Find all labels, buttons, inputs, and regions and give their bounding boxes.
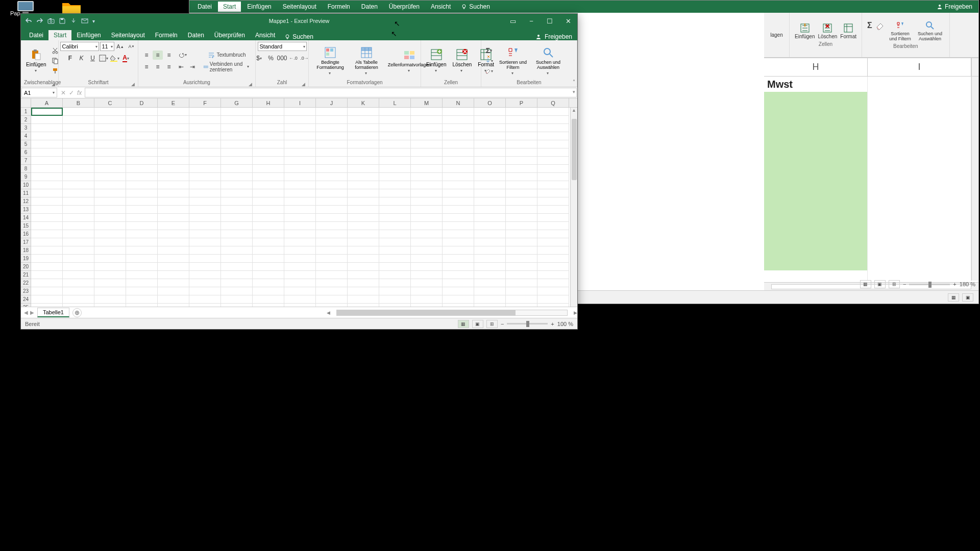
cell[interactable]: [126, 230, 158, 238]
cell[interactable]: [506, 140, 537, 148]
cell[interactable]: [253, 148, 284, 157]
cell[interactable]: [411, 271, 443, 279]
cell[interactable]: [348, 197, 379, 206]
bg-find-select-button[interactable]: Suchen und Auswählen: [916, 21, 944, 41]
cell[interactable]: [221, 181, 253, 189]
cell[interactable]: [474, 295, 506, 304]
column-header-c[interactable]: C: [94, 98, 126, 107]
cell[interactable]: [379, 255, 411, 263]
cell[interactable]: [221, 246, 253, 255]
cell[interactable]: [379, 238, 411, 246]
cell[interactable]: [253, 157, 284, 165]
tab-seitenlayout[interactable]: Seitenlayout: [106, 30, 150, 40]
cell[interactable]: [31, 197, 63, 206]
cell[interactable]: [474, 132, 506, 140]
bg-view-large-icon[interactable]: ▣: [962, 293, 973, 302]
cell[interactable]: [158, 238, 189, 246]
cell[interactable]: [411, 181, 443, 189]
column-header-l[interactable]: L: [379, 98, 411, 107]
cell[interactable]: [316, 295, 348, 304]
cell[interactable]: [63, 116, 94, 124]
cell[interactable]: [158, 246, 189, 255]
row-header-23[interactable]: 23: [21, 287, 31, 295]
cell[interactable]: [348, 230, 379, 238]
cell[interactable]: [63, 279, 94, 287]
cell[interactable]: [126, 304, 158, 307]
cell[interactable]: [94, 132, 126, 140]
cell[interactable]: [411, 255, 443, 263]
cell[interactable]: [411, 148, 443, 157]
cell[interactable]: [189, 271, 221, 279]
worksheet-grid[interactable]: ABCDEFGHIJKLMNOPQ 1234567891011121314151…: [21, 98, 577, 307]
cell[interactable]: [537, 165, 569, 173]
cell[interactable]: [189, 140, 221, 148]
cell[interactable]: [63, 165, 94, 173]
bg-tab-start[interactable]: Start: [218, 2, 241, 12]
cell[interactable]: [474, 214, 506, 222]
cell[interactable]: [126, 132, 158, 140]
cell[interactable]: [253, 173, 284, 181]
cell[interactable]: [189, 173, 221, 181]
cell[interactable]: [126, 271, 158, 279]
cell[interactable]: [379, 197, 411, 206]
row-header-4[interactable]: 4: [21, 132, 31, 140]
cell[interactable]: [284, 116, 316, 124]
cell[interactable]: [348, 255, 379, 263]
cell[interactable]: [284, 295, 316, 304]
cell[interactable]: [348, 124, 379, 132]
cell[interactable]: [443, 148, 474, 157]
cell[interactable]: [126, 189, 158, 197]
column-header-j[interactable]: J: [316, 98, 348, 107]
cell[interactable]: [348, 222, 379, 230]
tab-start[interactable]: Start: [48, 30, 71, 40]
cell[interactable]: [443, 255, 474, 263]
cell[interactable]: [411, 304, 443, 307]
cell[interactable]: [158, 116, 189, 124]
undo-icon[interactable]: [25, 17, 32, 24]
cell[interactable]: [379, 230, 411, 238]
cell[interactable]: [443, 263, 474, 271]
cell[interactable]: [474, 157, 506, 165]
cell[interactable]: [63, 287, 94, 295]
cell[interactable]: [379, 271, 411, 279]
fill-button[interactable]: ▾: [484, 56, 495, 65]
cell[interactable]: [379, 181, 411, 189]
cell[interactable]: [31, 214, 63, 222]
cell[interactable]: [348, 140, 379, 148]
border-button[interactable]: ▾: [99, 54, 109, 63]
tab-daten[interactable]: Daten: [183, 30, 209, 40]
cell[interactable]: [443, 222, 474, 230]
cell[interactable]: [284, 124, 316, 132]
cell[interactable]: [537, 238, 569, 246]
zoom-in-button[interactable]: +: [551, 321, 554, 327]
cell[interactable]: [221, 295, 253, 304]
cell[interactable]: [158, 255, 189, 263]
cell[interactable]: [348, 238, 379, 246]
maximize-button[interactable]: ☐: [541, 14, 559, 28]
cell[interactable]: [189, 116, 221, 124]
cancel-icon[interactable]: ✕: [61, 89, 66, 96]
sheet-nav-prev[interactable]: ◀: [24, 310, 28, 315]
cell[interactable]: [31, 295, 63, 304]
cell[interactable]: [474, 246, 506, 255]
orientation-button[interactable]: ⭯▾: [176, 51, 190, 60]
cell[interactable]: [284, 197, 316, 206]
cell[interactable]: [126, 116, 158, 124]
font-color-button[interactable]: A▾: [121, 54, 132, 63]
cell[interactable]: [411, 116, 443, 124]
cell[interactable]: [284, 246, 316, 255]
cell[interactable]: [316, 108, 348, 116]
cell[interactable]: [348, 304, 379, 307]
cell[interactable]: [537, 148, 569, 157]
clear-button[interactable]: ▾: [484, 66, 495, 76]
row-header-10[interactable]: 10: [21, 181, 31, 189]
tell-me-search[interactable]: Suchen: [284, 33, 313, 40]
cell[interactable]: [126, 206, 158, 214]
cell[interactable]: [379, 132, 411, 140]
cell[interactable]: [411, 173, 443, 181]
cell[interactable]: [474, 108, 506, 116]
cell[interactable]: [411, 246, 443, 255]
cell[interactable]: [379, 263, 411, 271]
tab-formeln[interactable]: Formeln: [150, 30, 183, 40]
cell[interactable]: [158, 263, 189, 271]
